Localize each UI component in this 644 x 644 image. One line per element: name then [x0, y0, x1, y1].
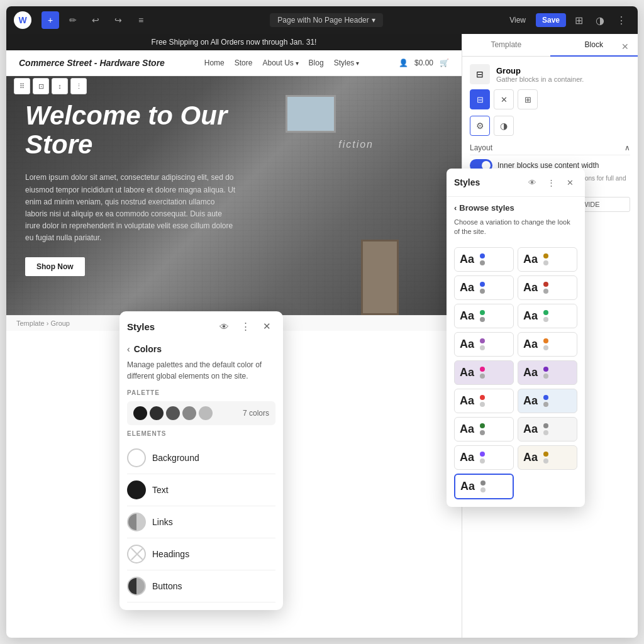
style-aa-2: Aa — [523, 253, 540, 266]
style-card-17[interactable]: Aa — [454, 474, 514, 499]
style-dot-12a — [543, 395, 548, 400]
style-dots-8 — [543, 338, 548, 350]
block-icon-wrap[interactable]: ⊟ — [470, 89, 490, 109]
styles-panel-icons: 👁 ⋮ ✕ — [525, 175, 577, 190]
nav-about[interactable]: About Us — [262, 58, 298, 67]
settings-contrast-icon[interactable]: ◑ — [494, 116, 514, 136]
add-block-button[interactable]: + — [42, 11, 59, 29]
page-title-arrow: ▾ — [372, 16, 375, 25]
browse-styles-back[interactable]: ‹ Browse styles — [454, 203, 577, 213]
style-card-16[interactable]: Aa — [518, 445, 577, 470]
block-more-button[interactable]: ⋮ — [70, 78, 87, 94]
block-toolbar: ⠿ ⊡ ↕ ⋮ — [14, 78, 87, 94]
style-dot-6b — [543, 317, 548, 322]
style-dot-10a — [543, 367, 548, 372]
account-icon[interactable]: 👤 — [399, 58, 408, 67]
colors-back-link[interactable]: ‹ Colors — [119, 341, 283, 359]
style-card-5[interactable]: Aa — [454, 304, 514, 328]
more-options-button[interactable]: ⋮ — [613, 11, 630, 29]
site-logo: Commerce Street - Hardware Store — [19, 58, 165, 68]
block-move-button[interactable]: ↕ — [52, 78, 68, 94]
hero-content: Welcome to Our Store Lorem ipsum dolor s… — [6, 76, 257, 315]
edit-button[interactable]: ✏ — [64, 11, 82, 29]
hero-section: fiction Welcome to Our Store Lorem ipsum… — [6, 76, 462, 315]
nav-blog[interactable]: Blog — [309, 58, 324, 67]
layout-toggle-chevron[interactable]: ∧ — [625, 143, 630, 152]
cart-amount[interactable]: $0.00 — [414, 58, 433, 67]
style-dot-15b — [480, 458, 485, 464]
style-card-4[interactable]: Aa — [518, 275, 577, 300]
panel-close-button[interactable]: ✕ — [618, 39, 633, 54]
style-dots-13 — [480, 423, 485, 435]
style-card-11[interactable]: Aa — [454, 389, 514, 413]
tab-template[interactable]: Template — [462, 34, 550, 56]
cart-icon[interactable]: 🛒 — [440, 58, 449, 67]
style-dots-2 — [543, 253, 548, 265]
style-dots-15 — [480, 452, 485, 464]
style-card-12[interactable]: Aa — [518, 389, 577, 413]
style-dot-4b — [543, 289, 548, 294]
hero-door-decoration — [361, 240, 399, 315]
wp-logo-icon[interactable]: W — [14, 11, 31, 29]
style-card-6[interactable]: Aa — [518, 304, 577, 328]
settings-gear-icon[interactable]: ⚙ — [470, 116, 490, 136]
style-card-8[interactable]: Aa — [518, 332, 577, 357]
block-icon-row: ⊟ ✕ ⊞ — [470, 89, 630, 109]
element-text[interactable]: Text — [127, 474, 275, 506]
style-card-3[interactable]: Aa — [454, 275, 514, 300]
block-icon-cross[interactable]: ✕ — [494, 89, 514, 109]
nav-home[interactable]: Home — [204, 58, 225, 67]
palette-row[interactable]: 7 colors — [127, 401, 275, 425]
element-headings[interactable]: Headings — [127, 538, 275, 570]
style-card-9[interactable]: Aa — [454, 360, 514, 385]
element-background[interactable]: Background — [127, 442, 275, 474]
element-links[interactable]: Links — [127, 506, 275, 538]
colors-panel-title: Styles — [127, 321, 155, 332]
style-dots-14 — [543, 423, 548, 435]
redo-button[interactable]: ↪ — [109, 11, 127, 29]
style-card-14[interactable]: Aa — [518, 417, 577, 441]
block-icon-expand[interactable]: ⊞ — [518, 89, 538, 109]
style-dot-17b — [480, 487, 486, 492]
list-view-button[interactable]: ≡ — [132, 11, 150, 29]
styles-panel-sub: ‹ Browse styles Choose a variation to ch… — [447, 197, 585, 247]
block-drag-button[interactable]: ⠿ — [14, 78, 30, 94]
palette-count: 7 colors — [243, 409, 269, 418]
style-dot-6a — [543, 310, 548, 315]
style-aa-10: Aa — [523, 366, 540, 379]
styles-more-icon[interactable]: ⋮ — [543, 175, 558, 190]
view-button[interactable]: View — [503, 13, 532, 27]
undo-button[interactable]: ↩ — [87, 11, 104, 29]
hero-sign-decoration: fiction — [338, 139, 374, 150]
style-card-13[interactable]: Aa — [454, 417, 514, 441]
styles-preview-icon[interactable]: 👁 — [525, 175, 540, 190]
hero-cta-button[interactable]: Shop Now — [25, 257, 85, 276]
style-card-7[interactable]: Aa — [454, 332, 514, 357]
colors-eye-icon[interactable]: 👁 — [215, 318, 233, 335]
style-dots-16 — [543, 452, 548, 464]
nav-styles[interactable]: Styles — [334, 58, 359, 67]
block-select-button[interactable]: ⊡ — [33, 78, 49, 94]
style-dot-7a — [480, 338, 485, 343]
style-card-1[interactable]: Aa — [454, 247, 514, 272]
hero-window-decoration — [286, 95, 336, 133]
dark-mode-button[interactable]: ◑ — [591, 11, 609, 29]
save-button[interactable]: Save — [536, 13, 566, 27]
style-card-15[interactable]: Aa — [454, 445, 514, 470]
styles-close-icon[interactable]: ✕ — [562, 175, 577, 190]
element-links-label: Links — [152, 517, 173, 527]
nav-store[interactable]: Store — [235, 58, 253, 67]
site-nav: Home Store About Us Blog Styles — [204, 58, 359, 67]
element-buttons-label: Buttons — [152, 581, 182, 591]
style-card-2[interactable]: Aa — [518, 247, 577, 272]
style-dot-3a — [480, 282, 485, 287]
style-aa-13: Aa — [460, 423, 476, 436]
style-card-10[interactable]: Aa — [518, 360, 577, 385]
page-title-bar[interactable]: Page with No Page Header ▾ — [270, 13, 382, 27]
layout-toggle-button[interactable]: ⊞ — [570, 11, 587, 29]
colors-close-icon[interactable]: ✕ — [258, 318, 275, 335]
buttons-icon — [127, 577, 146, 596]
element-buttons[interactable]: Buttons — [127, 570, 275, 602]
page-title-text: Page with No Page Header — [277, 16, 369, 25]
colors-more-icon[interactable]: ⋮ — [236, 318, 254, 335]
